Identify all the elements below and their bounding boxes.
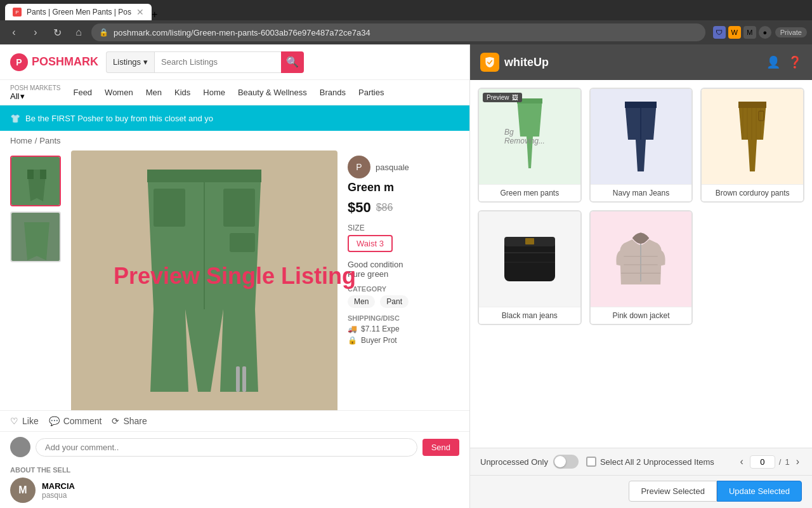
active-tab[interactable]: P Pants | Green Men Pants | Pos ✕ <box>5 4 152 20</box>
unprocessed-toggle[interactable] <box>553 455 579 469</box>
help-icon-button[interactable]: ❓ <box>788 55 802 69</box>
nav-women[interactable]: Women <box>105 88 133 97</box>
update-selected-button[interactable]: Update Selected <box>717 481 802 502</box>
user-icon-button[interactable]: 👤 <box>766 55 780 69</box>
tab-close-button[interactable]: ✕ <box>136 7 144 17</box>
comment-button[interactable]: 💬 Comment <box>49 416 102 426</box>
ssl-lock-icon: 🔒 <box>99 28 108 37</box>
ext-icon-1[interactable]: 🛡 <box>713 26 726 39</box>
preview-badge: Preview 🖼 <box>483 93 522 102</box>
shield-icon: 🔒 <box>348 336 357 345</box>
search-input[interactable] <box>154 51 281 73</box>
grid-item-green-pants[interactable]: Preview 🖼 Bg Removing... Green men pants <box>478 88 582 203</box>
category-label: CATEGORY <box>348 285 459 293</box>
product-price: $50 $86 <box>348 199 459 216</box>
size-label: SIZE <box>348 224 459 232</box>
share-icon: ⟳ <box>112 416 119 426</box>
svg-rect-8 <box>223 189 255 227</box>
whiteup-header-icons: 👤 ❓ <box>766 55 802 69</box>
unprocessed-filter: Unprocessed Only <box>480 455 579 469</box>
tag-men[interactable]: Men <box>348 295 375 308</box>
desc-line1: Good condition <box>348 260 459 269</box>
grid-item-brown-pants[interactable]: Brown corduroy pants <box>700 88 804 203</box>
ext-icon-2[interactable]: W <box>728 26 741 39</box>
like-button[interactable]: ♡ Like <box>10 416 39 426</box>
nav-men[interactable]: Men <box>146 88 162 97</box>
size-button[interactable]: Waist 3 <box>348 235 393 252</box>
dropdown-chevron: ▾ <box>143 57 148 67</box>
user-avatar <box>10 437 30 457</box>
product-details: P pasquale Green m $50 $86 SIZE Waist 3 … <box>348 150 459 410</box>
whiteup-grid: Preview 🖼 Bg Removing... Green men pants <box>470 80 812 448</box>
nav-kids[interactable]: Kids <box>174 88 190 97</box>
share-button[interactable]: ⟳ Share <box>112 416 147 426</box>
poshmark-logo-text: POSHMARK <box>32 55 98 69</box>
svg-rect-9 <box>230 233 255 252</box>
category-tags: Men Pant <box>348 295 459 308</box>
search-button[interactable]: 🔍 <box>281 51 304 73</box>
listings-dropdown[interactable]: Listings ▾ <box>106 51 154 73</box>
url-bar[interactable]: 🔒 poshmark.com/listing/Green-men-pants-6… <box>91 23 705 41</box>
refresh-button[interactable]: ↻ <box>48 23 66 41</box>
banner-icon: 👕 <box>10 114 20 123</box>
svg-rect-1 <box>27 170 34 179</box>
send-button[interactable]: Send <box>422 439 459 456</box>
heart-icon: ♡ <box>10 416 18 426</box>
poshmark-header: P POSHMARK Listings ▾ 🔍 <box>0 44 469 80</box>
item-label-pink-jacket: Pink down jacket <box>591 307 692 324</box>
svg-rect-5 <box>147 170 261 182</box>
grid-item-navy-jeans[interactable]: Navy man Jeans <box>589 88 693 203</box>
preview-selected-button[interactable]: Preview Selected <box>629 481 716 502</box>
preview-badge-text: Preview <box>487 94 509 101</box>
pagination: ‹ / 1 › <box>737 455 802 469</box>
new-tab-button[interactable]: + <box>152 9 157 20</box>
whiteup-logo-text: whiteUp <box>504 56 549 69</box>
thumbnail-2[interactable] <box>10 211 61 262</box>
unprocessed-label: Unprocessed Only <box>480 457 548 467</box>
browser-chrome: P Pants | Green Men Pants | Pos ✕ + ‹ › … <box>0 0 812 44</box>
browser-extensions: 🛡 W M ● <box>713 26 771 39</box>
breadcrumb-home[interactable]: Home <box>10 136 32 145</box>
nav-parties[interactable]: Parties <box>358 88 384 97</box>
nav-feed[interactable]: Feed <box>73 88 92 97</box>
item-label-navy-jeans: Navy man Jeans <box>591 184 692 201</box>
nav-home[interactable]: Home <box>203 88 225 97</box>
nav-beauty[interactable]: Beauty & Wellness <box>238 88 307 97</box>
private-mode-badge: Private <box>775 27 807 37</box>
ext-icon-4[interactable]: ● <box>759 26 771 39</box>
seller-name[interactable]: pasquale <box>376 163 409 172</box>
grid-item-black-jeans[interactable]: Black man jeans <box>478 210 582 325</box>
category-section: CATEGORY Men Pant <box>348 285 459 308</box>
next-page-button[interactable]: › <box>794 455 802 469</box>
seller-avatar: P <box>348 156 370 178</box>
desc-line2: Pure green <box>348 269 459 279</box>
svg-rect-15 <box>738 102 766 108</box>
forward-button[interactable]: › <box>27 23 44 41</box>
breadcrumb-pants[interactable]: Pants <box>39 136 60 145</box>
thumbnail-1[interactable] <box>10 156 61 206</box>
toggle-knob <box>554 456 566 467</box>
poshmark-logo-icon: P <box>10 53 28 71</box>
nav-posh-markets: POSH MARKETS All ▾ <box>10 84 60 101</box>
product-area: P pasquale Green m $50 $86 SIZE Waist 3 … <box>0 150 469 410</box>
original-price: $86 <box>376 202 393 213</box>
home-button[interactable]: ⌂ <box>70 23 88 41</box>
select-all: Select All 2 Unprocessed Items <box>586 457 714 467</box>
prev-page-button[interactable]: ‹ <box>737 455 745 469</box>
poshmark-logo: P POSHMARK <box>10 53 98 71</box>
whiteup-logo: whiteUp <box>480 53 549 72</box>
nav-all[interactable]: All ▾ <box>10 91 60 101</box>
tag-pants[interactable]: Pant <box>380 295 409 308</box>
select-all-checkbox[interactable] <box>586 457 596 467</box>
grid-item-pink-jacket[interactable]: Pink down jacket <box>589 210 693 325</box>
select-all-label: Select All 2 Unprocessed Items <box>600 457 714 467</box>
seller-info: P pasquale <box>348 156 459 178</box>
breadcrumb: Home / Pants <box>0 131 469 150</box>
comment-input[interactable] <box>36 438 417 457</box>
back-button[interactable]: ‹ <box>5 23 23 41</box>
description: Good condition Pure green <box>348 260 459 279</box>
ext-icon-3[interactable]: M <box>743 26 756 39</box>
item-image-black-jeans <box>479 211 580 307</box>
page-input[interactable] <box>750 455 775 469</box>
nav-brands[interactable]: Brands <box>320 88 346 97</box>
